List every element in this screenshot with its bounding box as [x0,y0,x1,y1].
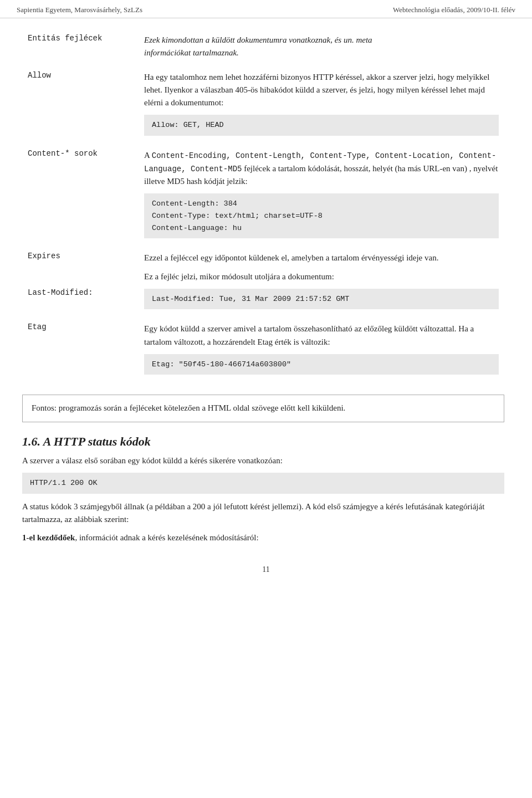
desc-content-star: A Content-Encoding, Content-Length, Cont… [139,145,504,247]
notice-box: Fontos: programozás során a fejléceket k… [22,395,504,422]
code-content-star: Content-Length: 384 Content-Type: text/h… [144,193,499,238]
code-last-modified: Last-Modified: Tue, 31 Mar 2009 21:57:52… [144,289,499,310]
section-16-heading: 1.6. A HTTP status kódok [22,434,504,449]
header-left: Sapientia Egyetem, Marosvásárhely, SzLZs [17,6,142,14]
section-16-desc1: A status kódok 3 számjegyből állnak (a p… [22,500,504,526]
term-content-star: Content-* sorok [22,145,139,247]
section-16-intro: A szerver a válasz első sorában egy kódo… [22,454,504,467]
page-header: Sapientia Egyetem, Marosvásárhely, SzLZs… [0,0,532,18]
desc-allow: Ha egy tatalomhoz nem lehet hozzáférni b… [139,66,504,145]
desc-etag: Egy kódot küldd a szerver amivel a tarta… [139,318,504,383]
term-etag: Etag [22,318,139,383]
section-16-desc2: 1-el kezdődőek, információt adnak a kéré… [22,531,504,544]
section-entity-intro: Ezek kimondottan a küldött dokumentumra … [139,29,504,66]
header-right: Webtechnológia előadás, 2009/10-II. félé… [393,6,515,14]
section-16: 1.6. A HTTP status kódok A szerver a vál… [22,434,504,545]
code-http-status: HTTP/1.1 200 OK [22,473,504,494]
code-allow: Allow: GET, HEAD [144,115,499,136]
desc-expires-lastmod: Ezzel a fejléccel egy időpontot küldenek… [139,247,504,318]
term-allow: Allow [22,66,139,145]
section-entity-title: Entitás fejlécek [22,29,139,66]
page-number: 11 [0,561,532,580]
code-etag: Etag: "50f45-180-466714a603800" [144,354,499,375]
term-expires-lastmod: Expires Last-Modified: [22,247,139,318]
section-number: 1.6. [22,434,43,448]
